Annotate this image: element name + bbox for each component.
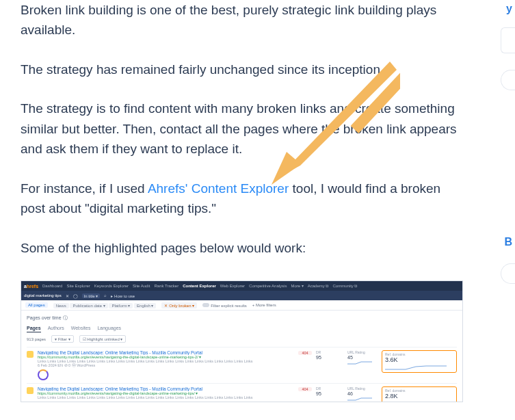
sidebar-heading-fragment: B [504,236,512,248]
ahrefs-result-row: Navigating the Digital Landscape: Online… [27,347,457,383]
sidebar-input-peek[interactable] [501,27,515,53]
ahrefs-logo: ahrefs [24,284,38,289]
ahrefs-nav-item[interactable]: Competitive Analysis [249,284,287,288]
col-dr: DR95 [316,386,343,396]
ahrefs-nav-item[interactable]: Dashboard [42,284,62,288]
ahrefs-nav-item[interactable]: Academy ⧉ [308,284,329,288]
ahrefs-nav-item[interactable]: Content Explorer [183,284,216,288]
filter-pill[interactable]: Publication date ▾ [70,303,107,309]
ahrefs-nav-item[interactable]: Site Explorer [66,284,90,288]
ahrefs-filter-button[interactable]: ▾ Filter ▾ [51,335,74,343]
filter-explicit-toggle[interactable]: Filter explicit results [202,303,247,308]
ahrefs-screenshot: ahrefs DashboardSite ExplorerKeywords Ex… [21,280,463,402]
ahrefs-scope-select[interactable]: In title ▾ [82,293,101,298]
sidebar-heading-fragment: y [506,3,512,15]
paragraph: The strategy is to find content with man… [21,99,465,159]
sidebar-peek: y B [499,0,515,420]
search-icon[interactable]: ⌕ [104,293,107,298]
clear-icon[interactable]: ✕ [66,293,69,298]
paragraph: For instance, if I used Ahrefs' Content … [21,179,465,219]
ahrefs-nav-item[interactable]: Community ⧉ [332,284,357,288]
filter-pill[interactable]: News [53,303,69,309]
article-body: Broken link building is one of the best,… [21,0,465,277]
ahrefs-nav-item[interactable]: Rank Tracker [154,284,179,288]
ahrefs-tabs: PagesAuthorsWebsitesLanguages [27,326,457,332]
status-badge: 404 [298,387,312,391]
row-main: Navigating the Digital Landscape: Online… [38,350,294,380]
toggle-icon [202,303,209,307]
row-title-link[interactable]: Navigating the Digital Landscape: Online… [38,350,294,355]
ahrefs-topnav: ahrefs DashboardSite ExplorerKeywords Ex… [21,281,462,291]
row-title-link[interactable]: Navigating the Digital Landscape: Online… [38,386,294,391]
ahrefs-highlight-button[interactable]: ☑ Highlight unlinked ▾ [79,335,127,343]
ahrefs-result-row: Navigating the Digital Landscape: Online… [27,383,457,402]
filter-allpages[interactable]: All pages [25,302,48,308]
sidebar-button-peek[interactable] [501,70,515,90]
col-ur: URL Rating45 [347,350,375,366]
ahrefs-tab[interactable]: Authors [48,326,64,332]
paragraph: The strategy has remained fairly unchang… [21,60,465,79]
row-footer: 6 Feb 2024 EN ⊘ 0 ⓦ WordPress [38,363,294,368]
ahrefs-nav-item[interactable]: More ▾ [291,284,303,288]
ahrefs-tab[interactable]: Websites [71,326,91,332]
ahrefs-search-bar: digital marketing tips ✕ ◯ In title ▾ ⌕ … [21,291,462,300]
row-checkbox-icon[interactable] [27,387,34,394]
col-dr: DR95 [316,350,343,360]
filter-more[interactable]: + More filters [252,303,276,307]
status-badge: 404 [298,351,312,355]
circle-icon[interactable]: ◯ [73,293,78,298]
paragraph: Broken link building is one of the best,… [21,0,465,40]
ahrefs-nav-item[interactable]: Site Audit [133,284,150,288]
col-ref-domains: Ref. domains2.8K [382,386,457,402]
donut-chart-icon [38,369,49,380]
ahrefs-content-explorer-link[interactable]: Ahrefs' Content Explorer [148,181,289,196]
ahrefs-nav-item[interactable]: Web Explorer [220,284,245,288]
filter-pill[interactable]: Platform ▾ [109,303,133,309]
ahrefs-tab[interactable]: Languages [97,326,121,332]
ahrefs-meta-row: 913 pages ▾ Filter ▾ ☑ Highlight unlinke… [27,335,457,343]
row-checkbox-icon[interactable] [27,351,34,358]
ahrefs-tab[interactable]: Pages [27,326,41,332]
col-ur: URL Rating46 [347,386,375,402]
ahrefs-filters: All pages News Publication date ▾ Platfo… [21,300,462,311]
ahrefs-chart-heading: Pages over time ⓘ [27,315,457,321]
filter-only-broken[interactable]: ✕ Only broken ▾ [161,302,197,309]
paragraph: Some of the highlighted pages below woul… [21,238,465,258]
ahrefs-nav: DashboardSite ExplorerKeywords ExplorerS… [42,283,361,289]
text-run: For instance, if I used [21,181,148,196]
ahrefs-nav-item[interactable]: Keywords Explorer [94,284,129,288]
filter-pill[interactable]: English ▾ [134,303,156,309]
row-snippet: Links Links Links Links Links Links Link… [38,395,294,399]
ahrefs-search-query[interactable]: digital marketing tips [24,293,62,298]
ahrefs-howto-link[interactable]: ▸ How to use [111,293,135,298]
col-ref-domains: Ref. domains3.6K [382,350,457,373]
ahrefs-result-count: 913 pages [27,337,46,341]
row-main: Navigating the Digital Landscape: Online… [38,386,294,399]
sidebar-button-peek[interactable] [501,263,515,284]
